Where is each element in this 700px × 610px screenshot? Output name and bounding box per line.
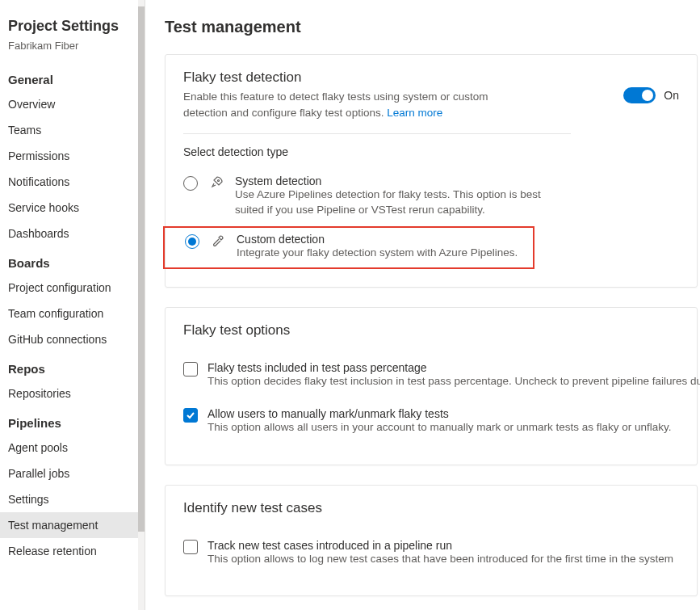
radio-custom-detection[interactable] — [185, 234, 199, 249]
sidebar-item-parallel-jobs[interactable]: Parallel jobs — [0, 461, 145, 486]
sidebar-item-github-connections[interactable]: GitHub connections — [0, 326, 145, 352]
checkbox-manual-mark[interactable] — [183, 408, 198, 423]
system-detection-title: System detection — [235, 175, 558, 187]
svg-point-0 — [218, 180, 220, 182]
radio-row-custom[interactable]: Custom detection Integrate your flaky de… — [167, 233, 522, 261]
divider — [183, 133, 571, 134]
checkbox-row-manual[interactable]: Allow users to manually mark/unmark flak… — [166, 401, 697, 447]
sidebar: Project Settings Fabrikam Fiber General … — [0, 0, 145, 610]
sidebar-item-service-hooks[interactable]: Service hooks — [0, 195, 145, 221]
sidebar-title: Project Settings — [0, 6, 145, 40]
sidebar-heading-general: General — [0, 63, 145, 91]
custom-detection-highlight: Custom detection Integrate your flaky de… — [163, 226, 534, 269]
sidebar-item-agent-pools[interactable]: Agent pools — [0, 435, 145, 461]
include-flaky-label: Flaky tests included in test pass percen… — [207, 361, 700, 374]
system-detection-desc: Use Azure Pipelines detection for flaky … — [235, 187, 558, 218]
sidebar-scrollbar-track[interactable] — [138, 0, 145, 610]
flaky-detection-toggle[interactable] — [623, 87, 656, 103]
radio-row-system[interactable]: System detection Use Azure Pipelines det… — [166, 170, 697, 226]
sidebar-item-repositories[interactable]: Repositories — [0, 381, 145, 406]
sidebar-item-notifications[interactable]: Notifications — [0, 169, 145, 195]
sidebar-item-team-configuration[interactable]: Team configuration — [0, 301, 145, 326]
track-new-label: Track new test cases introduced in a pip… — [207, 539, 673, 552]
sidebar-item-teams[interactable]: Teams — [0, 117, 145, 143]
sidebar-subtitle: Fabrikam Fiber — [0, 40, 145, 63]
main-content: Test management Flaky test detection Ena… — [145, 0, 700, 610]
learn-more-link[interactable]: Learn more — [387, 107, 442, 119]
flaky-options-title: Flaky test options — [166, 322, 697, 355]
checkbox-row-track[interactable]: Track new test cases introduced in a pip… — [166, 532, 697, 578]
sidebar-heading-boards: Boards — [0, 246, 145, 275]
sidebar-item-project-configuration[interactable]: Project configuration — [0, 275, 145, 301]
track-new-desc: This option allows to log new test cases… — [207, 552, 673, 567]
custom-detection-desc: Integrate your flaky detection system wi… — [237, 246, 518, 261]
wrench-icon — [211, 234, 225, 247]
sidebar-item-overview[interactable]: Overview — [0, 91, 145, 117]
checkbox-track-new[interactable] — [183, 540, 198, 554]
checkbox-include-flaky[interactable] — [183, 362, 198, 377]
sidebar-item-dashboards[interactable]: Dashboards — [0, 221, 145, 246]
custom-detection-title: Custom detection — [237, 233, 518, 246]
identify-new-card: Identify new test cases Track new test c… — [165, 485, 698, 597]
flaky-options-card: Flaky test options Flaky tests included … — [165, 307, 698, 465]
flaky-detection-toggle-label: On — [664, 89, 679, 102]
identify-new-title: Identify new test cases — [166, 500, 697, 532]
flaky-detection-title: Flaky test detection — [183, 69, 522, 86]
sidebar-heading-repos: Repos — [0, 352, 145, 381]
rocket-icon — [209, 176, 224, 189]
checkbox-row-include[interactable]: Flaky tests included in test pass percen… — [166, 355, 697, 401]
manual-mark-desc: This option allows all users in your acc… — [207, 420, 672, 435]
sidebar-item-test-management[interactable]: Test management — [0, 512, 145, 538]
radio-system-detection[interactable] — [183, 176, 198, 191]
sidebar-heading-pipelines: Pipelines — [0, 406, 145, 435]
sidebar-item-permissions[interactable]: Permissions — [0, 143, 145, 169]
sidebar-scrollbar-thumb[interactable] — [138, 6, 145, 532]
flaky-detection-desc: Enable this feature to detect flaky test… — [183, 89, 522, 120]
manual-mark-label: Allow users to manually mark/unmark flak… — [207, 407, 672, 420]
include-flaky-desc: This option decides flaky test inclusion… — [207, 374, 700, 389]
page-title: Test management — [165, 10, 700, 54]
sidebar-item-settings[interactable]: Settings — [0, 486, 145, 512]
sidebar-item-release-retention[interactable]: Release retention — [0, 538, 145, 564]
flaky-detection-card: Flaky test detection Enable this feature… — [165, 54, 698, 288]
select-detection-type-label: Select detection type — [166, 145, 697, 170]
